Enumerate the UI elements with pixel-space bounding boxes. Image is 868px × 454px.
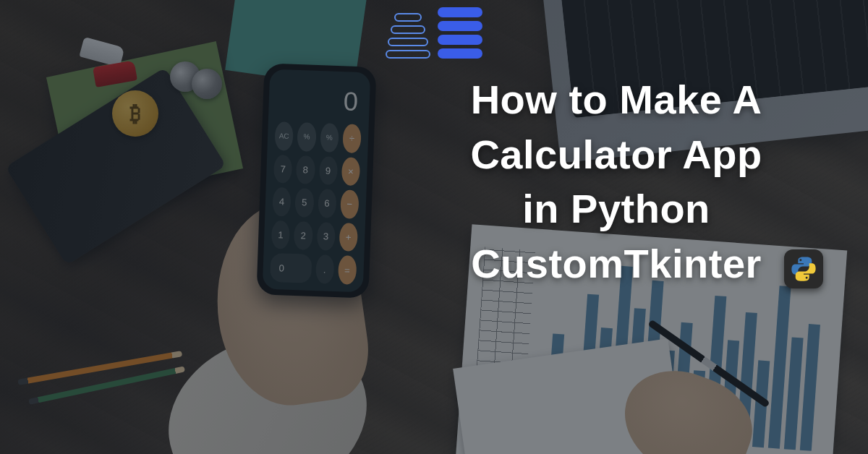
hero-banner: ₿ 0 AC%%÷789×456−123+0.= [0, 0, 868, 454]
python-icon [784, 249, 823, 288]
logo-bar-icon [438, 48, 482, 59]
logo-bar-icon [394, 13, 422, 22]
logo-bar-icon [438, 7, 482, 17]
logo-bar-icon [438, 35, 482, 45]
headline-block: How to Make A Calculator App in Python C… [399, 72, 833, 291]
site-logo [386, 7, 482, 59]
logo-bar-icon [388, 38, 428, 46]
page-title: How to Make A Calculator App in Python C… [399, 72, 833, 291]
logo-bar-icon [386, 50, 430, 59]
logo-bar-icon [438, 21, 482, 31]
logo-bar-icon [391, 25, 425, 34]
